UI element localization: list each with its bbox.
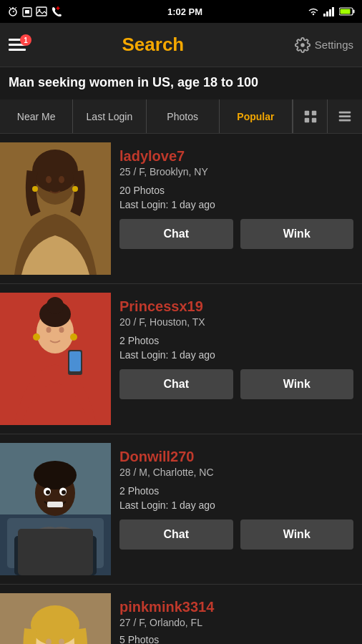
chat-button-3[interactable]: Chat — [119, 519, 233, 550]
settings-button[interactable]: Settings — [295, 37, 353, 53]
profile-name-1[interactable]: ladylove7 — [119, 148, 353, 165]
filter-tabs: Near Me Last Login Photos Popular — [0, 99, 362, 134]
svg-point-35 — [47, 297, 64, 314]
svg-rect-17 — [340, 9, 350, 14]
profile-photos-3: 2 Photos — [119, 485, 353, 497]
svg-rect-22 — [339, 112, 351, 114]
list-item: Donwill270 28 / M, Charlotte, NC 2 Photo… — [0, 434, 362, 585]
svg-point-30 — [32, 186, 38, 192]
profile-photo-4 — [0, 593, 111, 644]
profile-info-1: ladylove7 25 / F, Brooklyn, NY 20 Photos… — [111, 142, 362, 275]
list-icon — [337, 109, 353, 125]
chat-button-2[interactable]: Chat — [119, 369, 233, 399]
list-item: pinkmink3314 27 / F, Orlando, FL 5 Photo… — [0, 585, 362, 644]
svg-rect-24 — [339, 119, 351, 122]
profile-name-2[interactable]: Princessx19 — [119, 298, 353, 315]
chat-button-1[interactable]: Chat — [119, 219, 233, 249]
menu-button[interactable]: 1 — [9, 39, 26, 51]
profile-photos-1: 20 Photos — [119, 185, 353, 196]
svg-point-31 — [72, 186, 78, 192]
list-item: ladylove7 25 / F, Brooklyn, NY 20 Photos… — [0, 134, 362, 284]
profile-login-2: Last Login: 1 day ago — [119, 349, 353, 361]
profile-photo-3 — [0, 443, 111, 575]
status-bar: 1:02 PM — [0, 0, 362, 23]
svg-rect-7 — [36, 7, 47, 16]
svg-rect-13 — [329, 9, 331, 16]
profile-details-2: 20 / F, Houston, TX — [119, 316, 353, 328]
status-icons-left — [7, 6, 62, 17]
svg-point-56 — [31, 605, 79, 644]
svg-rect-18 — [304, 111, 308, 115]
signal-icon — [323, 6, 336, 16]
svg-rect-23 — [339, 115, 351, 117]
svg-rect-41 — [69, 351, 81, 371]
status-icons-right — [308, 6, 355, 16]
profile-photo-1 — [0, 142, 111, 275]
svg-rect-19 — [311, 111, 315, 115]
svg-point-47 — [34, 461, 77, 489]
action-buttons-3: Chat Wink — [119, 519, 353, 550]
wifi-icon — [308, 6, 319, 16]
svg-line-4 — [13, 11, 14, 12]
image-icon — [36, 6, 47, 16]
action-buttons-2: Chat Wink — [119, 369, 353, 399]
sim-icon — [22, 6, 32, 17]
tab-popular[interactable]: Popular — [220, 99, 293, 133]
profile-image-3[interactable] — [0, 443, 111, 575]
menu-badge: 1 — [20, 34, 31, 46]
top-bar: 1 Search Settings — [0, 23, 362, 67]
action-buttons-1: Chat Wink — [119, 219, 353, 249]
profile-name-3[interactable]: Donwill270 — [119, 449, 353, 465]
profile-image-2[interactable] — [0, 293, 111, 425]
grid-icon — [303, 109, 318, 125]
profile-photos-2: 2 Photos — [119, 335, 353, 346]
svg-rect-16 — [353, 10, 354, 14]
svg-rect-21 — [311, 118, 315, 122]
svg-point-29 — [59, 176, 64, 183]
svg-rect-12 — [326, 11, 328, 16]
profile-name-4[interactable]: pinkmink3314 — [119, 599, 353, 615]
list-item: Princessx19 20 / F, Houston, TX 2 Photos… — [0, 284, 362, 434]
list-view-button[interactable] — [328, 99, 362, 133]
battery-icon — [339, 7, 355, 16]
profile-details-4: 27 / F, Orlando, FL — [119, 617, 353, 628]
svg-rect-20 — [304, 118, 308, 122]
svg-point-27 — [32, 150, 78, 192]
wink-button-1[interactable]: Wink — [240, 219, 354, 249]
tab-last-login[interactable]: Last Login — [73, 99, 146, 133]
profile-info-2: Princessx19 20 / F, Houston, TX 2 Photos… — [111, 293, 362, 425]
profile-list: ladylove7 25 / F, Brooklyn, NY 20 Photos… — [0, 134, 362, 644]
alarm-icon — [7, 6, 19, 17]
profile-info-4: pinkmink3314 27 / F, Orlando, FL 5 Photo… — [111, 593, 362, 644]
profile-image-4[interactable] — [0, 593, 111, 644]
profile-info-3: Donwill270 28 / M, Charlotte, NC 2 Photo… — [111, 443, 362, 575]
svg-rect-48 — [47, 502, 63, 507]
search-subtitle: Man seeking women in US, age 18 to 100 — [0, 67, 362, 99]
svg-point-38 — [33, 333, 40, 341]
tab-near-me[interactable]: Near Me — [0, 99, 73, 133]
tab-photos[interactable]: Photos — [147, 99, 220, 133]
settings-label: Settings — [315, 39, 353, 51]
profile-photos-4: 5 Photos — [119, 634, 353, 644]
profile-photo-2 — [0, 293, 111, 425]
wink-button-2[interactable]: Wink — [240, 369, 354, 399]
svg-point-51 — [46, 490, 50, 494]
svg-point-37 — [59, 327, 64, 333]
wink-button-3[interactable]: Wink — [240, 519, 354, 550]
page-title: Search — [11, 34, 295, 56]
status-time: 1:02 PM — [167, 6, 202, 17]
svg-rect-53 — [18, 529, 93, 575]
profile-details-3: 28 / M, Charlotte, NC — [119, 467, 353, 478]
profile-login-3: Last Login: 1 day ago — [119, 499, 353, 511]
view-toggle — [293, 99, 362, 133]
svg-rect-6 — [25, 10, 29, 14]
profile-login-1: Last Login: 1 day ago — [119, 199, 353, 210]
grid-view-button[interactable] — [293, 99, 328, 133]
svg-point-36 — [47, 327, 52, 333]
profile-details-1: 25 / F, Brooklyn, NY — [119, 166, 353, 177]
call-icon — [51, 6, 62, 17]
svg-point-52 — [62, 490, 66, 494]
svg-line-3 — [15, 7, 16, 9]
svg-line-2 — [9, 7, 11, 9]
profile-image-1[interactable] — [0, 142, 111, 275]
